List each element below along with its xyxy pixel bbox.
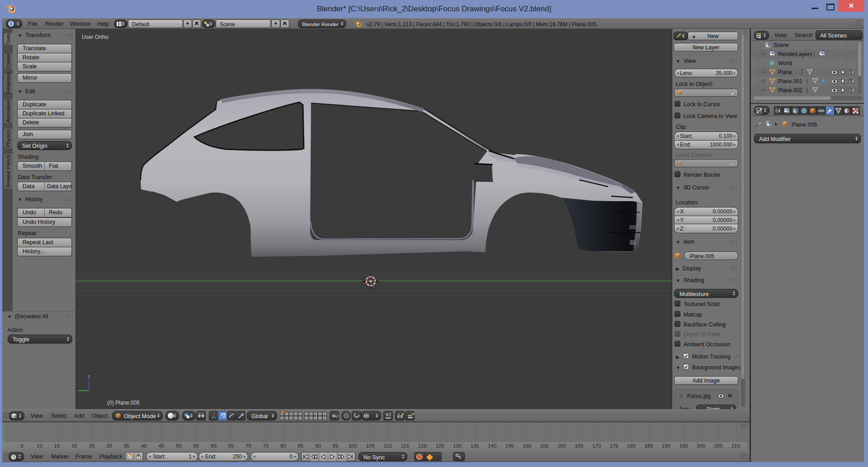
svg-text:(0) Plane.005: (0) Plane.005 (107, 400, 140, 406)
svg-text:z: z (88, 374, 90, 379)
svg-text:User Ortho: User Ortho (82, 34, 108, 40)
